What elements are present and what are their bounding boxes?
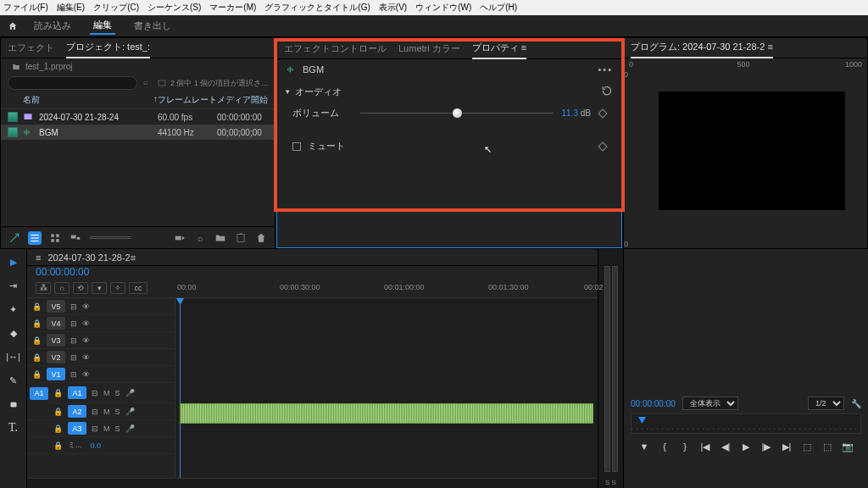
mute-checkbox[interactable]: [292, 142, 301, 151]
search-input[interactable]: [8, 76, 137, 90]
playhead[interactable]: [180, 298, 181, 478]
type-tool-icon[interactable]: T.: [6, 420, 21, 435]
mic-icon[interactable]: 🎤: [125, 408, 135, 416]
program-timecode[interactable]: 00:00:00:00: [631, 399, 676, 408]
lock-icon[interactable]: 🔒: [32, 370, 42, 379]
program-viewport[interactable]: [636, 70, 867, 248]
sequence-name[interactable]: 2024-07-30 21-28-2: [47, 252, 130, 263]
step-back-icon[interactable]: ◀|: [720, 441, 732, 452]
project-list-header[interactable]: 名前 ↑ フレームレート メディア開始: [1, 92, 275, 109]
meter-solo-labels[interactable]: S S: [598, 477, 623, 488]
step-fwd-icon[interactable]: |▶: [760, 441, 772, 452]
reset-icon[interactable]: [601, 85, 613, 98]
pen-tool-icon[interactable]: ✎: [6, 373, 21, 388]
new-bin-icon[interactable]: [214, 231, 227, 245]
hamburger-icon[interactable]: ≡: [36, 252, 41, 263]
audio-section-header[interactable]: ▾ オーディオ: [277, 80, 621, 103]
settings-icon[interactable]: ✧: [110, 282, 125, 294]
track-v1[interactable]: 🔒V1⊟👁: [27, 366, 175, 383]
timeline-scrollbar[interactable]: [27, 478, 598, 488]
timeline-timecode[interactable]: 00:00:00:00: [36, 266, 175, 278]
workspace-import[interactable]: 読み込み: [31, 18, 75, 34]
play-icon[interactable]: ▶: [740, 441, 752, 452]
col-framerate[interactable]: フレームレート: [158, 94, 217, 106]
resolution-select[interactable]: 1/2: [808, 396, 844, 410]
track-mix[interactable]: 🔒ミ...0.0: [27, 437, 175, 454]
mic-icon[interactable]: 🎤: [125, 389, 135, 397]
tab-project[interactable]: プロジェクト: test_:: [66, 41, 150, 58]
new-item-menu-icon[interactable]: [234, 231, 248, 245]
trash-icon[interactable]: [254, 231, 268, 245]
out-point-icon[interactable]: }: [679, 441, 691, 452]
col-name[interactable]: 名前: [23, 94, 153, 106]
track-v5[interactable]: 🔒V5⊟👁: [27, 298, 175, 315]
icon-view-icon[interactable]: [48, 231, 62, 245]
export-frame-icon[interactable]: 📷: [842, 441, 854, 452]
in-point-icon[interactable]: {: [659, 441, 670, 452]
lock-icon[interactable]: 🔒: [53, 408, 63, 416]
menu-file[interactable]: ファイル(F): [3, 2, 48, 14]
track-a1[interactable]: 🔒A1⊟MS🎤: [48, 383, 175, 403]
tab-effect-controls[interactable]: エフェクトコントロール: [284, 42, 387, 58]
menu-marker[interactable]: マーカー(M): [209, 2, 256, 14]
selection-tool-icon[interactable]: ▶: [6, 254, 21, 269]
source-a1-patch[interactable]: A1: [30, 387, 48, 400]
extract-icon[interactable]: ⬚: [821, 441, 833, 452]
wrench-icon[interactable]: 🔧: [851, 399, 861, 408]
goto-in-icon[interactable]: |◀: [699, 441, 711, 452]
tab-lumetri[interactable]: Lumetri カラー: [398, 42, 460, 58]
menu-view[interactable]: 表示(V): [379, 2, 407, 14]
snap-icon[interactable]: ⁂: [36, 282, 51, 294]
magnet-icon[interactable]: ∩: [54, 282, 70, 294]
slip-tool-icon[interactable]: |↔|: [6, 349, 21, 364]
lock-icon[interactable]: 🔒: [32, 353, 42, 362]
cc-icon[interactable]: cc: [129, 282, 147, 294]
menu-clip[interactable]: クリップ(C): [93, 2, 139, 14]
keyframe-icon[interactable]: [598, 141, 607, 151]
workspace-export[interactable]: 書き出し: [131, 18, 175, 34]
menu-help[interactable]: ヘルプ(H): [480, 2, 517, 14]
track-select-tool-icon[interactable]: ⇥: [6, 278, 21, 293]
label-chip[interactable]: [8, 127, 18, 137]
fit-select[interactable]: 全体表示: [682, 396, 738, 410]
track-v4[interactable]: 🔒V4⊟👁: [27, 315, 175, 332]
marker-icon[interactable]: ▾: [92, 282, 107, 294]
menu-graphics[interactable]: グラフィックとタイトル(G): [264, 2, 370, 14]
tab-properties[interactable]: プロパティ ≡: [472, 42, 526, 59]
tab-program[interactable]: プログラム: 2024-07-30 21-28-2 ≡: [631, 41, 773, 58]
project-path[interactable]: test_1.prproj: [1, 58, 275, 75]
menu-window[interactable]: ウィンドウ(W): [415, 2, 471, 14]
lock-icon[interactable]: 🔒: [32, 336, 42, 345]
lock-icon[interactable]: 🔒: [53, 389, 63, 397]
volume-slider[interactable]: [360, 113, 554, 114]
new-item-icon[interactable]: [8, 231, 21, 245]
col-mediastart[interactable]: メディア開始: [217, 94, 268, 106]
menu-edit[interactable]: 編集(E): [57, 2, 85, 14]
workspace-edit[interactable]: 編集: [90, 17, 115, 35]
project-item-sequence[interactable]: 2024-07-30 21-28-24 60.00 fps 00:00:00:0…: [1, 109, 275, 125]
volume-value[interactable]: 11.3 dB: [562, 108, 591, 118]
mic-icon[interactable]: 🎤: [125, 424, 135, 433]
slider-knob[interactable]: [453, 108, 462, 118]
zoom-slider[interactable]: [89, 236, 131, 239]
audio-clip-bgm[interactable]: [180, 403, 593, 424]
lock-icon[interactable]: 🔒: [53, 441, 63, 450]
lock-icon[interactable]: 🔒: [32, 302, 42, 311]
add-marker-icon[interactable]: ▼: [638, 441, 650, 452]
lock-icon[interactable]: 🔒: [32, 319, 42, 328]
find-icon[interactable]: ⌕: [193, 231, 207, 245]
program-time-ruler[interactable]: [631, 413, 861, 434]
more-icon[interactable]: •••: [598, 64, 613, 75]
goto-out-icon[interactable]: ▶|: [781, 441, 793, 452]
hand-tool-icon[interactable]: [6, 396, 21, 412]
keyframe-icon[interactable]: [598, 108, 607, 118]
ripple-tool-icon[interactable]: ✦: [6, 302, 21, 317]
automate-sequence-icon[interactable]: [173, 231, 186, 245]
tab-effects[interactable]: エフェクト: [8, 42, 54, 58]
track-a3[interactable]: 🔒A3⊟MS🎤: [27, 420, 175, 437]
razor-tool-icon[interactable]: ◆: [6, 325, 21, 341]
lift-icon[interactable]: ⬚: [801, 441, 813, 452]
bin-icon[interactable]: [157, 78, 167, 88]
linked-icon[interactable]: ⟲: [73, 282, 88, 294]
track-v2[interactable]: 🔒V2⊟👁: [27, 349, 175, 366]
